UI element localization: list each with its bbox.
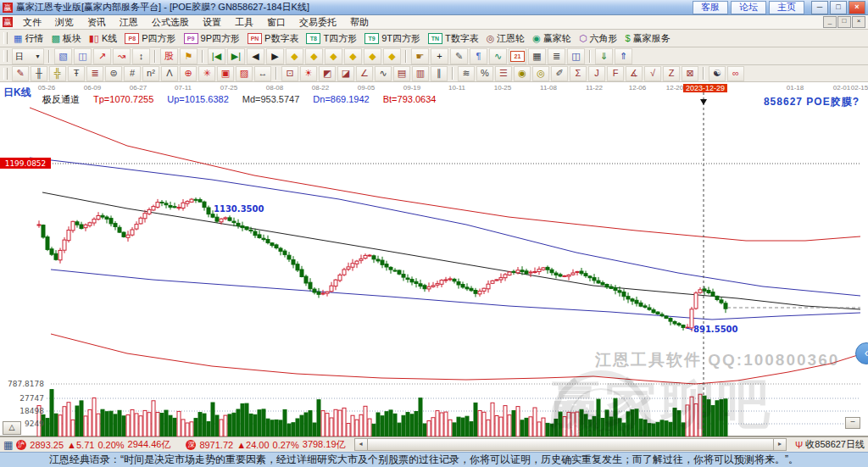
calendar-icon[interactable]: 21 (509, 48, 526, 64)
cycle-ellipse-tool[interactable]: ⊜ (105, 66, 122, 81)
angle-tool[interactable]: ∠ (356, 66, 373, 81)
diamond-pan-left-icon[interactable]: ◆ (325, 48, 342, 64)
note-tool[interactable]: ✐ (551, 66, 568, 81)
gann-grid-tool[interactable]: ╬ (49, 66, 66, 81)
golden-ring-tool[interactable]: ◉ (514, 66, 531, 81)
span-tool[interactable]: ↔ (254, 66, 271, 81)
p-square-button[interactable]: P8P四方形 (122, 31, 181, 46)
volume-collapse-button[interactable]: – (845, 417, 860, 429)
channel-tool[interactable]: ≋ (458, 66, 475, 81)
scroll-left-arrow[interactable]: ◂ (354, 438, 368, 451)
vertical-hatch-tool[interactable]: ╫ (31, 66, 47, 81)
yinyang-tool[interactable]: ☯ (709, 66, 726, 81)
mdi-restore-button[interactable]: □ (837, 16, 851, 28)
panel-expand-button[interactable]: △ (3, 421, 21, 435)
t-table-button[interactable]: TNT数字表 (426, 31, 484, 46)
corner-shade2-tool[interactable]: ◪ (337, 66, 354, 81)
vertical-lines-tool[interactable]: ▥ (412, 66, 429, 81)
notes-icon[interactable]: ≣ (548, 48, 565, 64)
shaded-box-tool[interactable]: ▨ (236, 66, 253, 81)
chart-hscrollbar[interactable]: ◂ ▸ (354, 439, 787, 450)
f-line-tool[interactable]: F (607, 66, 624, 81)
bands-tool[interactable]: ≣ (86, 66, 103, 81)
net-download-icon[interactable]: ⇓ (595, 48, 613, 64)
stats-tool[interactable]: Σ (570, 66, 587, 81)
scroll-track[interactable] (368, 438, 774, 451)
window-search-icon[interactable]: ▧ (54, 48, 72, 64)
kline-button[interactable]: ▮▯K线 (86, 31, 122, 46)
sectors-button[interactable]: ▩板块 (48, 31, 86, 46)
level-lines-tool[interactable]: ▤ (393, 66, 410, 81)
forum-button[interactable]: 论坛 (731, 1, 766, 14)
menu-item-2[interactable]: 资讯 (81, 16, 113, 28)
measure-check-tool[interactable]: √ (644, 66, 661, 81)
fib-levels-tool[interactable]: ☰ (495, 66, 512, 81)
menu-item-1[interactable]: 浏览 (48, 16, 81, 28)
stock-mark-icon[interactable]: 股 (160, 48, 178, 64)
trend-small-icon[interactable]: ↗ (93, 48, 111, 64)
minimize-button[interactable]: ─ (811, 1, 828, 14)
diamond-expand-icon[interactable]: ◆ (383, 48, 401, 64)
net-upload-icon[interactable]: ⇑ (615, 48, 632, 64)
gann-fan-tool[interactable]: ⊕ (180, 66, 197, 81)
menu-item-5[interactable]: 设置 (196, 16, 228, 28)
quotes-button[interactable]: ▦行情 (11, 31, 48, 46)
sunburst-tool[interactable]: ☀ (300, 66, 317, 81)
first-bar-icon[interactable]: |◀ (208, 48, 225, 64)
diamond-zoom-in-icon[interactable]: ◆ (305, 48, 323, 64)
mdi-minimize-button[interactable]: _ (823, 16, 837, 28)
next-bar-icon[interactable]: ▶ (266, 48, 284, 64)
scroll-right-arrow[interactable]: ▸ (773, 438, 787, 451)
menu-item-7[interactable]: 窗口 (260, 16, 292, 28)
winner-service-button[interactable]: $赢家服务 (623, 31, 676, 46)
kline-chart-canvas[interactable]: 1199.0852787.8178277471849892491130.3500… (0, 82, 868, 436)
homepage-button[interactable]: 主页 (769, 1, 804, 14)
shanghai-index-quote[interactable]: 沪 2893.25▲5.71 0.20%2944.46亿 (16, 438, 170, 451)
clipboard-icon[interactable]: ◫ (74, 48, 92, 64)
close-button[interactable]: × (849, 1, 865, 14)
shenzhen-index-quote[interactable]: 深 8971.72▲24.00 0.27%3798.19亿 (186, 438, 345, 451)
toolbar-grip[interactable] (3, 50, 8, 62)
tag-tool-icon[interactable]: ¶ (470, 48, 487, 64)
t9-square-button[interactable]: T99T四方形 (362, 31, 426, 46)
pencil-tool-icon[interactable]: ✎ (450, 48, 468, 64)
ray-star-tool[interactable]: ✳ (198, 66, 215, 81)
save-icon[interactable]: ◫ (567, 48, 585, 64)
menu-item-6[interactable]: 工具 (228, 16, 260, 28)
pen-tool[interactable]: ✎ (12, 66, 29, 81)
concentric-circle-tool[interactable]: ◎ (532, 66, 549, 81)
toolbar-grip[interactable] (3, 32, 8, 44)
zigzag-tool[interactable]: Z (663, 66, 680, 81)
wave-tool[interactable]: ∿ (375, 66, 392, 81)
mdi-close-button[interactable]: × (852, 16, 865, 28)
hexagon-button[interactable]: ⬡六角形 (576, 31, 623, 46)
arc-angle-tool[interactable]: ∡ (626, 66, 643, 81)
j-line-tool[interactable]: J (588, 66, 605, 81)
menu-item-8[interactable]: 交易委托 (292, 16, 343, 28)
menu-item-0[interactable]: 文件 (16, 16, 48, 28)
candle-style-icon[interactable]: ↕ (132, 48, 150, 64)
trend-zigzag-icon[interactable]: ↝ (113, 48, 131, 64)
prev-bar-icon[interactable]: ◀ (247, 48, 264, 64)
diamond-zoom-out-icon[interactable]: ◆ (286, 48, 303, 64)
rect-select-tool[interactable]: ⊡ (281, 66, 298, 81)
curve-tool-icon[interactable]: ∿ (489, 48, 507, 64)
draw-flag-icon[interactable]: ⚑ (180, 48, 198, 64)
menu-item-4[interactable]: 公式选股 (145, 16, 196, 28)
square-of-nine-tool[interactable]: n² (142, 66, 159, 81)
p9-square-button[interactable]: P99P四方形 (181, 31, 245, 46)
menu-item-3[interactable]: 江恩 (113, 16, 145, 28)
diamond-pan-right-icon[interactable]: ◆ (344, 48, 362, 64)
service-button[interactable]: 客服 (693, 1, 728, 14)
hash-grid-tool[interactable]: # (124, 66, 141, 81)
last-bar-icon[interactable]: ▶| (227, 48, 245, 64)
t-square-button[interactable]: T8T四方形 (303, 31, 362, 46)
infinity-tool[interactable]: ∞ (727, 66, 744, 81)
winner-wheel-button[interactable]: ◉赢家轮 (530, 31, 576, 46)
pitchfork-tool[interactable]: Λ (161, 66, 178, 81)
erase-tool[interactable]: ⊠ (682, 66, 698, 81)
market-grid-icon[interactable]: ▦ (3, 439, 13, 451)
toolbar-grip[interactable] (3, 68, 8, 80)
calculator-icon[interactable]: ▦ (528, 48, 546, 64)
period-selector[interactable]: 日▼ (12, 48, 44, 64)
